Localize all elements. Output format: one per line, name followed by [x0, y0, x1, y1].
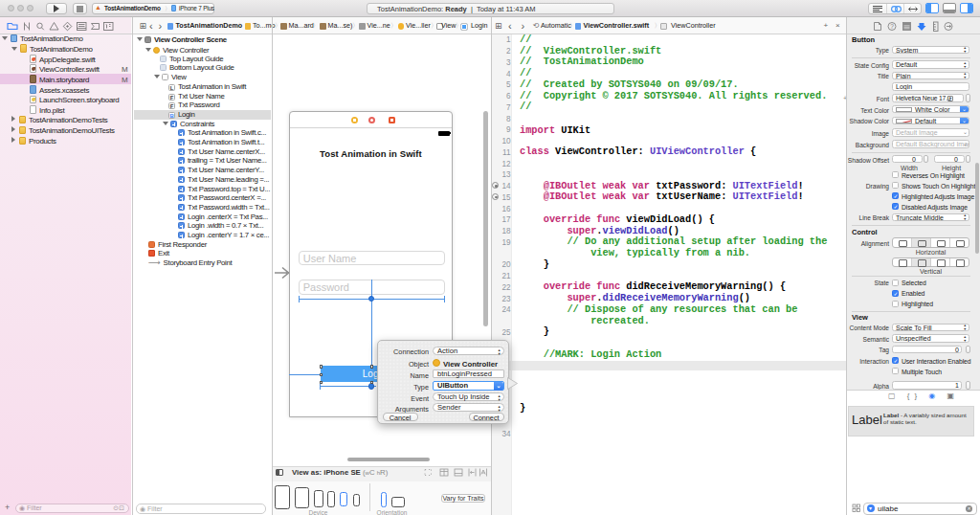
svg-text:?: ? — [890, 23, 894, 30]
